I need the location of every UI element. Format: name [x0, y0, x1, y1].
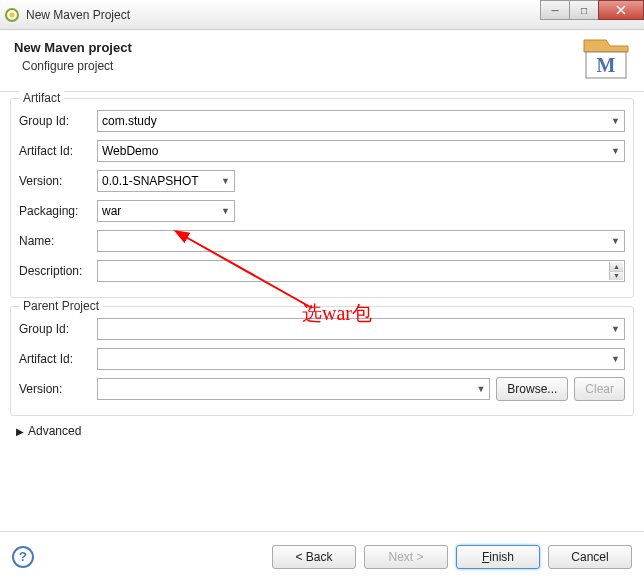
artifact-group: Artifact Group Id: com.study ▼ Artifact … — [10, 98, 634, 298]
advanced-toggle[interactable]: ▶ Advanced — [16, 424, 634, 438]
artifactid-input[interactable]: WebDemo ▼ — [97, 140, 625, 162]
clear-button[interactable]: Clear — [574, 377, 625, 401]
packaging-label: Packaging: — [19, 204, 97, 218]
parent-version-row: Version: ▼ Browse... Clear — [19, 377, 625, 401]
maven-banner-icon: M — [580, 36, 632, 82]
parent-groupid-label: Group Id: — [19, 322, 97, 336]
chevron-down-icon: ▼ — [611, 116, 620, 126]
parent-version-input[interactable]: ▼ — [97, 378, 490, 400]
name-row: Name: ▼ — [19, 229, 625, 253]
version-row: Version: 0.0.1-SNAPSHOT ▼ — [19, 169, 625, 193]
description-spinner[interactable]: ▲▼ — [609, 262, 623, 280]
window-controls: ─ □ — [541, 0, 644, 20]
finish-button[interactable]: Finish — [456, 545, 540, 569]
eclipse-icon — [4, 7, 20, 23]
groupid-value: com.study — [102, 114, 157, 128]
name-input[interactable]: ▼ — [97, 230, 625, 252]
chevron-down-icon: ▼ — [221, 206, 230, 216]
window-title: New Maven Project — [26, 8, 130, 22]
chevron-down-icon: ▼ — [611, 146, 620, 156]
version-value: 0.0.1-SNAPSHOT — [102, 174, 199, 188]
name-label: Name: — [19, 234, 97, 248]
description-label: Description: — [19, 264, 97, 278]
parent-version-label: Version: — [19, 382, 97, 396]
chevron-down-icon: ▼ — [611, 236, 620, 246]
browse-button[interactable]: Browse... — [496, 377, 568, 401]
packaging-row: Packaging: war ▼ — [19, 199, 625, 223]
footer-buttons: < Back Next > Finish Cancel — [272, 545, 632, 569]
triangle-right-icon: ▶ — [16, 426, 24, 437]
description-row: Description: ▲▼ — [19, 259, 625, 283]
groupid-input[interactable]: com.study ▼ — [97, 110, 625, 132]
parent-groupid-input[interactable]: ▼ — [97, 318, 625, 340]
artifactid-value: WebDemo — [102, 144, 158, 158]
parent-legend: Parent Project — [19, 299, 103, 313]
titlebar: New Maven Project ─ □ — [0, 0, 644, 30]
next-button[interactable]: Next > — [364, 545, 448, 569]
artifactid-row: Artifact Id: WebDemo ▼ — [19, 139, 625, 163]
svg-point-1 — [10, 12, 15, 17]
svg-text:M: M — [597, 54, 616, 76]
version-input[interactable]: 0.0.1-SNAPSHOT ▼ — [97, 170, 235, 192]
parent-group: Parent Project Group Id: ▼ Artifact Id: … — [10, 306, 634, 416]
chevron-down-icon: ▼ — [476, 384, 485, 394]
groupid-row: Group Id: com.study ▼ — [19, 109, 625, 133]
parent-artifactid-row: Artifact Id: ▼ — [19, 347, 625, 371]
advanced-label: Advanced — [28, 424, 81, 438]
minimize-button[interactable]: ─ — [540, 0, 570, 20]
page-subtitle: Configure project — [22, 59, 630, 73]
page-title: New Maven project — [14, 40, 630, 55]
parent-buttons: Browse... Clear — [496, 377, 625, 401]
parent-artifactid-input[interactable]: ▼ — [97, 348, 625, 370]
packaging-value: war — [102, 204, 121, 218]
description-input[interactable]: ▲▼ — [97, 260, 625, 282]
wizard-footer: ? < Back Next > Finish Cancel — [0, 531, 644, 581]
artifactid-label: Artifact Id: — [19, 144, 97, 158]
packaging-input[interactable]: war ▼ — [97, 200, 235, 222]
chevron-down-icon: ▼ — [611, 324, 620, 334]
parent-artifactid-label: Artifact Id: — [19, 352, 97, 366]
cancel-button[interactable]: Cancel — [548, 545, 632, 569]
content-area: Artifact Group Id: com.study ▼ Artifact … — [0, 92, 644, 444]
close-button[interactable] — [598, 0, 644, 20]
maximize-button[interactable]: □ — [569, 0, 599, 20]
chevron-down-icon: ▼ — [221, 176, 230, 186]
help-icon[interactable]: ? — [12, 546, 34, 568]
back-button[interactable]: < Back — [272, 545, 356, 569]
parent-groupid-row: Group Id: ▼ — [19, 317, 625, 341]
groupid-label: Group Id: — [19, 114, 97, 128]
artifact-legend: Artifact — [19, 91, 64, 105]
chevron-down-icon: ▼ — [611, 354, 620, 364]
wizard-header: New Maven project Configure project M — [0, 30, 644, 92]
version-label: Version: — [19, 174, 97, 188]
